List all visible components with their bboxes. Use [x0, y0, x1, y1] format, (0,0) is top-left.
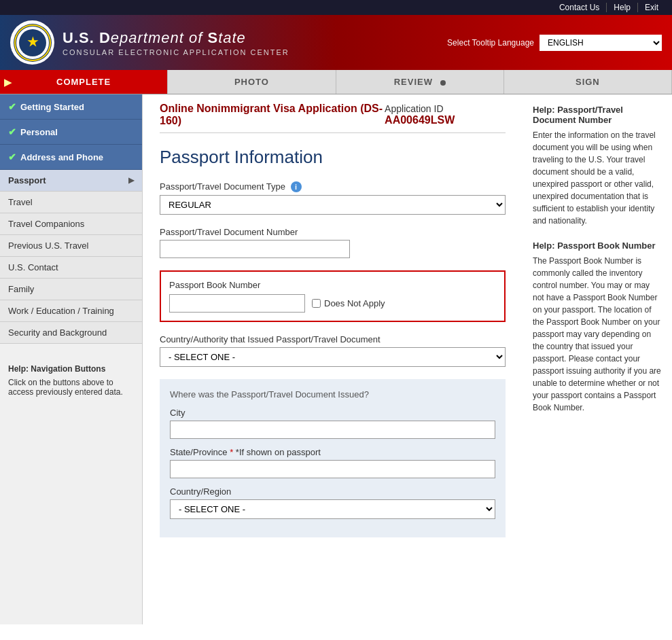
- doc-type-select[interactable]: REGULAR OFFICIAL DIPLOMATIC LAISSEZ-PASS…: [160, 195, 506, 215]
- header-title: U.S. Department of State CONSULAR ELECTR…: [63, 29, 289, 56]
- issued-where-section: Where was the Passport/Travel Document I…: [160, 379, 506, 537]
- state-input[interactable]: [170, 460, 495, 478]
- issued-where-title: Where was the Passport/Travel Document I…: [170, 389, 495, 399]
- nav-tabs: ▶ COMPLETE PHOTO REVIEW SIGN: [0, 70, 672, 94]
- country-select[interactable]: - SELECT ONE -: [170, 499, 495, 519]
- tooltip-language-label: Select Tooltip Language: [447, 38, 534, 48]
- help-text-1: Enter the information on the travel docu…: [533, 129, 662, 227]
- passport-book-row: Does Not Apply: [169, 294, 496, 313]
- does-not-apply-label: Does Not Apply: [312, 298, 385, 308]
- country-group: Country/Region - SELECT ONE -: [170, 486, 495, 519]
- header-left: ★ U.S. Department of State CONSULAR ELEC…: [10, 20, 289, 65]
- tab-photo[interactable]: PHOTO: [168, 70, 336, 94]
- sidebar-item-work-education[interactable]: Work / Education / Training: [0, 300, 142, 322]
- doc-number-group: Passport/Travel Document Number: [160, 227, 506, 258]
- does-not-apply-checkbox[interactable]: [312, 299, 321, 308]
- check-icon: ✔: [8, 152, 16, 162]
- sidebar-item-passport[interactable]: Passport ▶: [0, 170, 142, 192]
- doc-type-label: Passport/Travel Document Type i: [160, 181, 506, 192]
- state-group: State/Province * *If shown on passport: [170, 447, 495, 478]
- main-layout: ✔ Getting Started ✔ Personal ✔ Address a…: [0, 94, 672, 624]
- app-id: Application ID AA00649LSW: [385, 103, 506, 126]
- passport-book-highlight: Passport Book Number Does Not Apply: [160, 270, 506, 322]
- state-dept-logo: ★: [10, 20, 54, 65]
- sidebar-item-personal[interactable]: ✔ Personal: [0, 120, 142, 145]
- tab-complete[interactable]: ▶ COMPLETE: [0, 70, 168, 94]
- contact-us-link[interactable]: Contact Us: [552, 3, 607, 12]
- review-dot-icon: [440, 80, 446, 86]
- arrow-right-icon: ▶: [128, 176, 134, 185]
- content-area: Online Nonimmigrant Visa Application (DS…: [143, 94, 523, 624]
- city-input[interactable]: [170, 421, 495, 439]
- doc-number-input[interactable]: [160, 240, 350, 258]
- svg-text:★: ★: [27, 35, 39, 49]
- passport-book-input[interactable]: [169, 294, 305, 313]
- page-title: Passport Information: [160, 147, 506, 168]
- tooltip-language-select[interactable]: ENGLISH SPANISH FRENCH PORTUGUESE CHINES…: [540, 35, 662, 51]
- app-id-value: AA00649LSW: [385, 114, 455, 126]
- passport-book-label: Passport Book Number: [169, 280, 496, 290]
- check-icon: ✔: [8, 126, 16, 137]
- help-link[interactable]: Help: [607, 3, 638, 12]
- help-panel: Help: Passport/Travel Document Number En…: [523, 94, 672, 624]
- help-heading-2: Help: Passport Book Number: [533, 241, 662, 251]
- help-section-1: Help: Passport/Travel Document Number En…: [533, 105, 662, 227]
- doc-type-group: Passport/Travel Document Type i REGULAR …: [160, 181, 506, 215]
- issuing-country-group: Country/Authority that Issued Passport/T…: [160, 334, 506, 367]
- app-header: Online Nonimmigrant Visa Application (DS…: [160, 94, 506, 133]
- sidebar: ✔ Getting Started ✔ Personal ✔ Address a…: [0, 94, 143, 624]
- tab-review[interactable]: REVIEW: [336, 70, 504, 94]
- app-title: Online Nonimmigrant Visa Application (DS…: [160, 103, 385, 127]
- top-bar: Contact Us Help Exit: [0, 0, 672, 15]
- sidebar-item-security-background[interactable]: Security and Background: [0, 322, 142, 344]
- check-icon: ✔: [8, 101, 16, 112]
- country-label: Country/Region: [170, 486, 495, 497]
- sidebar-item-travel[interactable]: Travel: [0, 192, 142, 213]
- header-right: Select Tooltip Language ENGLISH SPANISH …: [447, 35, 662, 51]
- issuing-country-label: Country/Authority that Issued Passport/T…: [160, 334, 506, 344]
- help-section-2: Help: Passport Book Number The Passport …: [533, 241, 662, 414]
- tab-arrow-icon: ▶: [4, 77, 12, 88]
- city-label: City: [170, 408, 495, 418]
- sidebar-help-title: Help: Navigation Buttons: [8, 364, 134, 374]
- exit-link[interactable]: Exit: [638, 3, 665, 12]
- issuing-country-select[interactable]: - SELECT ONE -: [160, 347, 506, 367]
- sidebar-item-travel-companions[interactable]: Travel Companions: [0, 213, 142, 235]
- help-text-2: The Passport Book Number is commonly cal…: [533, 255, 662, 414]
- sidebar-help-text: Click on the buttons above to access pre…: [8, 378, 134, 397]
- help-heading-1: Help: Passport/Travel Document Number: [533, 105, 662, 125]
- doc-number-label: Passport/Travel Document Number: [160, 227, 506, 237]
- state-label: State/Province * *If shown on passport: [170, 447, 495, 457]
- header: ★ U.S. Department of State CONSULAR ELEC…: [0, 15, 672, 70]
- sidebar-item-us-contact[interactable]: U.S. Contact: [0, 257, 142, 279]
- sidebar-item-family[interactable]: Family: [0, 279, 142, 300]
- sidebar-help: Help: Navigation Buttons Click on the bu…: [0, 357, 142, 404]
- required-star: *: [230, 447, 233, 457]
- city-group: City: [170, 408, 495, 439]
- help-heading-2-rest: Passport Book Number: [557, 241, 655, 251]
- sidebar-item-previous-us-travel[interactable]: Previous U.S. Travel: [0, 235, 142, 257]
- tab-sign[interactable]: SIGN: [504, 70, 672, 94]
- help-bold: Help: Navigation Buttons: [8, 364, 105, 374]
- dept-name: U.S. Department of State: [63, 29, 289, 47]
- sidebar-item-address-phone[interactable]: ✔ Address and Phone: [0, 145, 142, 170]
- dept-subtitle: CONSULAR ELECTRONIC APPLICATION CENTER: [63, 48, 289, 56]
- sidebar-item-getting-started[interactable]: ✔ Getting Started: [0, 94, 142, 120]
- doc-type-info-icon[interactable]: i: [291, 181, 302, 192]
